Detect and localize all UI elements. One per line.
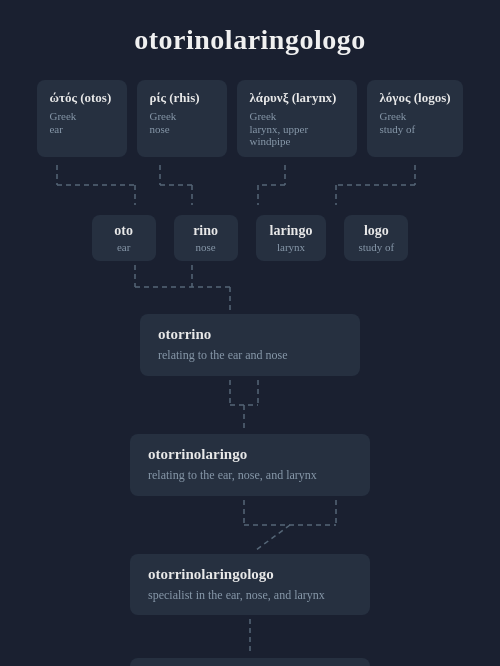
top-to-parts-svg <box>0 165 500 205</box>
card-rhis: ρίς (rhis) Greek nose <box>137 80 227 157</box>
card-logos-meaning: study of <box>379 123 450 135</box>
part-oto-title: oto <box>106 223 142 239</box>
part-logo-title: logo <box>358 223 394 239</box>
part-logo-meaning: study of <box>358 241 394 253</box>
top-cards-row: ώτός (otos) Greek ear ρίς (rhis) Greek n… <box>0 66 500 165</box>
card-larynx-lang: Greek <box>249 110 345 122</box>
card-larynx-title: λάρυνξ (larynx) <box>249 90 345 106</box>
combo-otorrinolaringologo-desc: specialist in the ear, nose, and larynx <box>148 587 352 604</box>
combo-otorrinolaringo: otorrinolaringo relating to the ear, nos… <box>130 434 370 496</box>
combo-otorrinolaringologo-title: otorrinolaringologo <box>148 566 352 583</box>
part-logo: logo study of <box>344 215 408 261</box>
part-oto: oto ear <box>92 215 156 261</box>
combo-otorrino: otorrino relating to the ear and nose <box>140 314 360 376</box>
combo-otorrinolaringologo: otorrinolaringologo specialist in the ea… <box>130 554 370 616</box>
card-otos: ώτός (otos) Greek ear <box>37 80 127 157</box>
card-otos-title: ώτός (otos) <box>49 90 115 106</box>
svg-line-23 <box>256 525 290 550</box>
combo-section4: otorrinolaringólogo specialist in the ea… <box>0 658 500 666</box>
part-rino-title: rino <box>188 223 224 239</box>
page-title: otorinolaringologo <box>0 0 500 66</box>
combo3-to-combo4-svg <box>0 619 500 654</box>
combo1-to-combo2-svg <box>0 380 500 430</box>
combo-section2: otorrinolaringo relating to the ear, nos… <box>0 434 500 500</box>
combo-section3: otorrinolaringologo specialist in the ea… <box>0 554 500 620</box>
combo-otorrinolaringo-title: otorrinolaringo <box>148 446 352 463</box>
parts-row: oto ear rino nose laringo larynx logo st… <box>0 209 500 265</box>
combo-section: otorrino relating to the ear and nose <box>0 314 500 380</box>
combo-otorrino-title: otorrino <box>158 326 342 343</box>
part-rino-meaning: nose <box>188 241 224 253</box>
combo-otorrinolaringo-desc: relating to the ear, nose, and larynx <box>148 467 352 484</box>
combo2-to-combo3-svg <box>0 500 500 550</box>
parts-to-combo1-svg <box>0 265 500 310</box>
part-laringo-title: laringo <box>270 223 313 239</box>
card-otos-meaning: ear <box>49 123 115 135</box>
combo-otorrinolaringologo2: otorrinolaringólogo specialist in the ea… <box>130 658 370 666</box>
part-rino: rino nose <box>174 215 238 261</box>
card-otos-lang: Greek <box>49 110 115 122</box>
part-laringo: laringo larynx <box>256 215 327 261</box>
combo-otorrino-desc: relating to the ear and nose <box>158 347 342 364</box>
card-larynx: λάρυνξ (larynx) Greek larynx, upper wind… <box>237 80 357 157</box>
card-rhis-meaning: nose <box>149 123 215 135</box>
card-larynx-meaning: larynx, upper windpipe <box>249 123 345 147</box>
part-laringo-meaning: larynx <box>270 241 313 253</box>
card-rhis-lang: Greek <box>149 110 215 122</box>
part-oto-meaning: ear <box>106 241 142 253</box>
card-logos: λόγος (logos) Greek study of <box>367 80 462 157</box>
card-rhis-title: ρίς (rhis) <box>149 90 215 106</box>
card-logos-title: λόγος (logos) <box>379 90 450 106</box>
card-logos-lang: Greek <box>379 110 450 122</box>
